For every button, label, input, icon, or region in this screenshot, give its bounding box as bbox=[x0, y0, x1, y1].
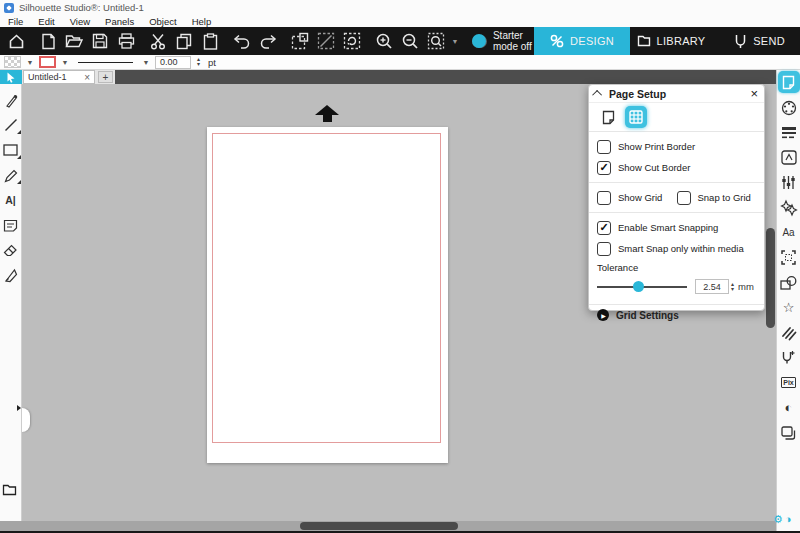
grid-tab-icon[interactable] bbox=[625, 106, 647, 128]
trace-panel-icon[interactable]: ◐ bbox=[778, 397, 800, 418]
tolerance-stepper[interactable]: ▴ ▾ bbox=[731, 282, 734, 292]
line-weight-input[interactable]: 0.00 bbox=[155, 56, 191, 69]
line-color-dropdown-icon[interactable]: ▼ bbox=[60, 59, 70, 66]
starter-mode-label: Starter mode off bbox=[493, 30, 534, 52]
send-panel-icon[interactable] bbox=[778, 347, 800, 368]
text-style-panel-icon[interactable]: Aa bbox=[778, 222, 800, 243]
object-edit-panel-icon[interactable] bbox=[778, 272, 800, 293]
fill-panel-icon[interactable] bbox=[778, 97, 800, 118]
tab-design[interactable]: DESIGN bbox=[534, 27, 630, 55]
menu-help[interactable]: Help bbox=[192, 16, 212, 27]
starter-mode-toggle[interactable] bbox=[472, 35, 487, 48]
undo-icon[interactable] bbox=[229, 27, 255, 55]
paste-icon[interactable] bbox=[197, 27, 223, 55]
snap-to-grid-checkbox[interactable] bbox=[677, 191, 691, 205]
menu-file[interactable]: File bbox=[8, 16, 23, 27]
eraser-tool[interactable] bbox=[2, 242, 20, 258]
show-cut-border-row[interactable]: ✓ Show Cut Border bbox=[597, 157, 756, 178]
flyout-arrow-icon[interactable] bbox=[17, 405, 21, 411]
theme-icon[interactable]: ◑ bbox=[785, 514, 792, 525]
line-color-swatch[interactable] bbox=[39, 56, 56, 68]
zoom-in-icon[interactable] bbox=[371, 27, 397, 55]
zoom-options-dropdown-icon[interactable]: ▼ bbox=[449, 38, 461, 45]
zoom-out-icon[interactable] bbox=[397, 27, 423, 55]
expand-arrow-icon: ▶ bbox=[597, 309, 609, 321]
page-tab-icon[interactable] bbox=[599, 108, 617, 126]
panel-title: Page Setup bbox=[609, 88, 750, 100]
home-icon[interactable] bbox=[3, 27, 29, 55]
design-page[interactable] bbox=[207, 127, 448, 463]
save-icon[interactable] bbox=[87, 27, 113, 55]
scale-panel-icon[interactable] bbox=[778, 247, 800, 268]
document-tab[interactable]: Untitled-1 × bbox=[23, 70, 95, 84]
menu-edit[interactable]: Edit bbox=[38, 16, 54, 27]
smart-snap-media-checkbox[interactable] bbox=[597, 242, 611, 256]
grid-settings-label: Grid Settings bbox=[616, 310, 679, 321]
point-edit-tool[interactable] bbox=[2, 92, 20, 108]
horizontal-scrollbar-thumb[interactable] bbox=[300, 522, 458, 530]
note-tool[interactable] bbox=[2, 217, 20, 233]
panel-close-icon[interactable]: × bbox=[750, 87, 758, 100]
line-style-preview[interactable] bbox=[78, 62, 133, 63]
tolerance-input[interactable]: 2.54 bbox=[695, 279, 729, 294]
preferences-icon[interactable]: ⚙ bbox=[773, 514, 783, 525]
duplicate-selection-icon[interactable] bbox=[287, 27, 313, 55]
menu-panels[interactable]: Panels bbox=[105, 16, 134, 27]
line-style-dropdown-icon[interactable]: ▼ bbox=[141, 59, 151, 66]
open-icon[interactable] bbox=[61, 27, 87, 55]
redo-icon[interactable] bbox=[255, 27, 281, 55]
line-tool[interactable] bbox=[2, 117, 20, 133]
library-flyout-icon[interactable] bbox=[2, 482, 17, 500]
new-tab-button[interactable]: + bbox=[98, 71, 113, 83]
grid-settings-expander[interactable]: ▶ Grid Settings bbox=[589, 305, 764, 325]
cut-icon[interactable] bbox=[145, 27, 171, 55]
offset-panel-icon[interactable]: ☆ bbox=[778, 297, 800, 318]
copy-icon[interactable] bbox=[171, 27, 197, 55]
line-weight-stepper[interactable]: ▴ ▾ bbox=[197, 57, 200, 67]
stepper-down-icon[interactable]: ▾ bbox=[197, 62, 200, 67]
rotate-selection-icon[interactable] bbox=[339, 27, 365, 55]
new-document-icon[interactable] bbox=[35, 27, 61, 55]
fill-dropdown-icon[interactable]: ▼ bbox=[25, 59, 35, 66]
transfer-panel-icon[interactable] bbox=[778, 172, 800, 193]
collapse-chevron-icon[interactable] bbox=[592, 90, 602, 100]
library-icon bbox=[637, 35, 651, 47]
menu-view[interactable]: View bbox=[70, 16, 90, 27]
show-cut-border-checkbox[interactable]: ✓ bbox=[597, 161, 611, 175]
enable-smart-snapping-row[interactable]: ✓ Enable Smart Snapping bbox=[597, 217, 756, 238]
tab-library[interactable]: LIBRARY bbox=[630, 27, 712, 55]
line-weight-unit: pt bbox=[208, 57, 216, 68]
sketch-panel-icon[interactable] bbox=[778, 322, 800, 343]
menu-object[interactable]: Object bbox=[149, 16, 176, 27]
show-print-border-checkbox[interactable] bbox=[597, 140, 611, 154]
tab-send[interactable]: SEND bbox=[712, 27, 800, 55]
stepper-down-icon[interactable]: ▾ bbox=[731, 287, 734, 292]
tolerance-slider[interactable] bbox=[597, 286, 687, 288]
tab-design-label: DESIGN bbox=[570, 35, 614, 47]
tolerance-slider-thumb[interactable] bbox=[633, 281, 644, 292]
enable-smart-snapping-checkbox[interactable]: ✓ bbox=[597, 221, 611, 235]
page-setup-panel-icon[interactable] bbox=[778, 71, 800, 93]
modify-panel-icon[interactable] bbox=[778, 197, 800, 218]
print-icon[interactable] bbox=[113, 27, 139, 55]
knife-tool[interactable] bbox=[2, 267, 20, 283]
vertical-scrollbar[interactable] bbox=[766, 228, 775, 328]
fill-pattern-panel-icon[interactable] bbox=[778, 147, 800, 168]
drag-zoom-icon[interactable] bbox=[423, 27, 449, 55]
text-tool[interactable]: A| bbox=[2, 192, 20, 208]
line-style-panel-icon[interactable] bbox=[778, 122, 800, 143]
show-grid-checkbox[interactable] bbox=[597, 191, 611, 205]
snap-to-grid-row[interactable]: Snap to Grid bbox=[677, 191, 757, 205]
panel-header[interactable]: Page Setup × bbox=[589, 85, 764, 103]
show-grid-row[interactable]: Show Grid bbox=[597, 191, 677, 205]
fill-swatch[interactable] bbox=[4, 56, 21, 68]
horizontal-scrollbar[interactable] bbox=[22, 521, 776, 531]
clear-selection-icon[interactable] bbox=[313, 27, 339, 55]
replicate-panel-icon[interactable] bbox=[778, 422, 800, 443]
rectangle-tool[interactable] bbox=[2, 142, 20, 158]
tab-close-icon[interactable]: × bbox=[84, 72, 90, 83]
smart-snap-media-row[interactable]: Smart Snap only within media bbox=[597, 238, 756, 259]
show-print-border-row[interactable]: Show Print Border bbox=[597, 136, 756, 157]
pixscan-panel-icon[interactable]: Pix bbox=[778, 372, 800, 393]
draw-tool[interactable] bbox=[2, 167, 20, 183]
